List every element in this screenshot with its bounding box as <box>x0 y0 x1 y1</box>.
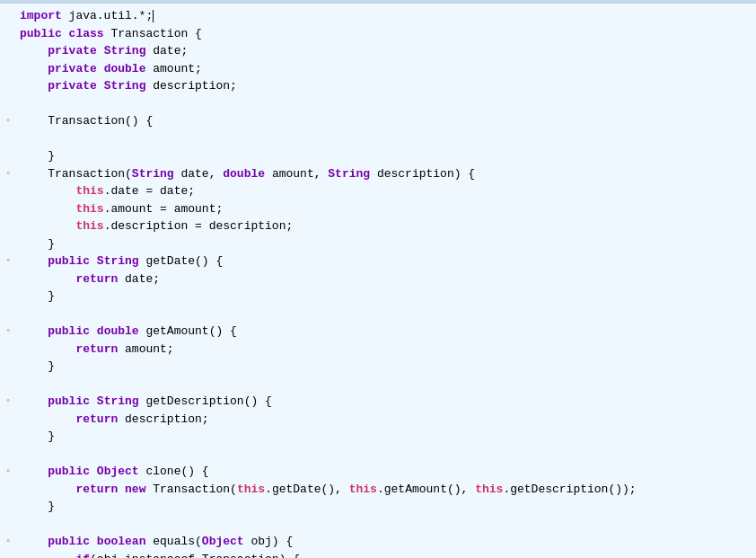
token-this-kw: this <box>75 202 103 216</box>
gutter-marker <box>0 25 16 26</box>
token-type: double <box>104 62 154 75</box>
gutter-marker <box>0 341 16 341</box>
token-plain: } <box>20 237 55 251</box>
line-content: Transaction() { <box>16 112 756 130</box>
token-plain: .getAmount(), <box>377 483 475 496</box>
token-plain <box>20 79 48 93</box>
token-plain: .date = date; <box>104 184 195 198</box>
code-line: public class Transaction { <box>0 25 756 43</box>
code-line <box>0 376 756 394</box>
line-content: } <box>16 358 756 376</box>
token-plain <box>20 202 75 216</box>
token-plain <box>20 412 75 426</box>
token-plain <box>20 324 48 338</box>
token-type: String <box>97 254 146 268</box>
token-type: String <box>97 394 146 408</box>
gutter-marker <box>0 481 16 482</box>
code-line <box>0 446 756 464</box>
gutter-marker <box>0 446 16 447</box>
token-plain: .amount = amount; <box>104 202 224 216</box>
token-plain: description; <box>153 79 237 93</box>
code-line: } <box>0 288 756 306</box>
token-kw: private <box>48 79 103 93</box>
code-line <box>0 516 756 534</box>
token-return-kw: return <box>75 412 125 426</box>
line-content: } <box>16 428 756 446</box>
line-content: private double amount; <box>16 60 756 78</box>
token-plain: amount; <box>125 342 174 356</box>
token-plain: Transaction( <box>48 167 132 181</box>
gutter-marker <box>0 77 16 78</box>
token-plain: } <box>20 500 55 513</box>
gutter-marker <box>0 270 16 271</box>
line-content: } <box>16 288 756 306</box>
token-plain: Transaction() { <box>48 114 153 128</box>
code-line: } <box>0 147 756 165</box>
token-this-kw: this <box>475 483 503 496</box>
token-import-kw: import <box>20 9 69 22</box>
token-plain: date; <box>153 44 188 58</box>
token-plain: } <box>20 430 55 443</box>
token-plain: getDescription() { <box>145 394 271 408</box>
token-plain: equals( <box>153 535 202 548</box>
token-this-kw: this <box>237 483 265 496</box>
token-kw: public <box>48 535 97 548</box>
gutter-marker <box>0 376 16 376</box>
token-return-kw: return <box>75 342 125 356</box>
token-plain <box>20 114 48 128</box>
gutter-marker <box>0 306 16 306</box>
line-content: return description; <box>16 411 756 429</box>
token-kw: class <box>69 27 111 40</box>
code-line: ◦ public Object clone() { <box>0 463 756 481</box>
token-plain <box>20 167 48 181</box>
gutter-marker <box>0 42 16 43</box>
line-content: private String description; <box>16 77 756 95</box>
gutter-marker: ◦ <box>0 463 16 479</box>
token-kw: private <box>48 44 103 58</box>
token-kw: public <box>48 465 97 478</box>
code-line: return date; <box>0 270 756 288</box>
line-content: } <box>16 498 756 516</box>
token-type: double <box>223 167 272 181</box>
line-content: public class Transaction { <box>16 25 756 43</box>
code-editor[interactable]: import java.util.*;public class Transact… <box>0 0 756 558</box>
code-line: ◦ public String getDescription() { <box>0 393 756 411</box>
gutter-marker: ◦ <box>0 393 16 409</box>
code-line: private double amount; <box>0 60 756 78</box>
gutter-marker <box>0 7 16 8</box>
line-content: return amount; <box>16 341 756 359</box>
token-type: Object <box>97 465 146 478</box>
line-content: public double getAmount() { <box>16 323 756 341</box>
token-plain: amount; <box>153 62 202 75</box>
code-line: this.description = description; <box>0 217 756 235</box>
code-line: private String description; <box>0 77 756 95</box>
token-plain <box>20 342 75 356</box>
token-plain: } <box>20 359 55 373</box>
token-this-kw: this <box>75 184 103 198</box>
token-kw: if <box>75 553 90 559</box>
gutter-marker <box>0 498 16 499</box>
token-type: String <box>132 167 181 181</box>
token-plain <box>20 553 75 559</box>
line-content: public String getDate() { <box>16 252 756 270</box>
code-line: if(obj instanceof Transaction) { <box>0 551 756 559</box>
line-content: this.date = date; <box>16 182 756 200</box>
gutter-marker <box>0 516 16 517</box>
token-plain <box>20 254 48 268</box>
token-kw: public <box>48 324 97 338</box>
code-line: this.amount = amount; <box>0 200 756 218</box>
line-content: } <box>16 235 756 253</box>
token-plain <box>20 62 48 75</box>
code-line: } <box>0 428 756 446</box>
token-plain <box>20 184 75 198</box>
token-plain: Transaction( <box>153 483 237 496</box>
token-kw: public <box>48 394 97 408</box>
code-line: this.date = date; <box>0 182 756 200</box>
gutter-marker: ◦ <box>0 112 16 128</box>
gutter-marker <box>0 358 16 359</box>
token-plain <box>20 394 48 408</box>
gutter-marker <box>0 217 16 218</box>
token-plain: (obj instanceof Transaction) { <box>90 553 300 559</box>
token-plain: date; <box>125 272 160 286</box>
token-plain: clone() { <box>145 465 208 478</box>
